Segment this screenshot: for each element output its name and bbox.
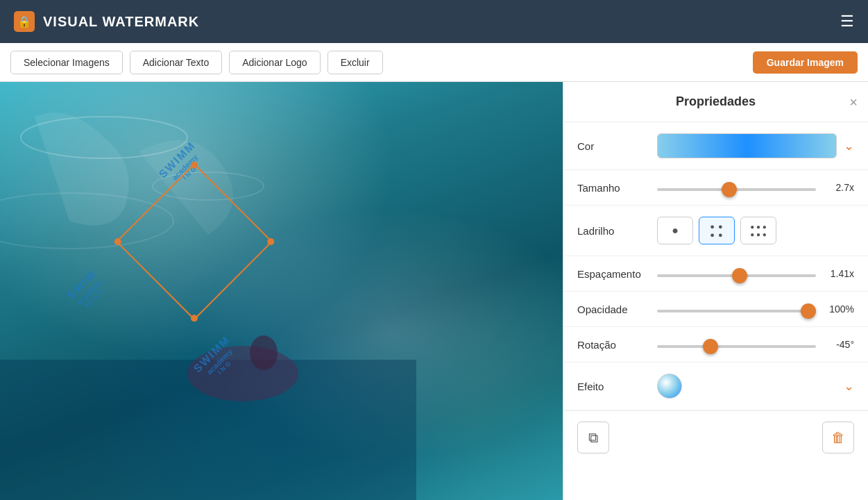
panel-footer: ⧉ 🗑 — [563, 410, 868, 464]
properties-panel: Propriedades × Cor ⌄ Tamanho 2.7x Ladril… — [563, 82, 868, 500]
effect-control: ⌄ — [657, 374, 854, 399]
size-label: Tamanho — [577, 182, 647, 194]
toolbar: Selecionar Imagens Adicionar Texto Adici… — [0, 43, 868, 82]
spacing-value: 1.41x — [823, 268, 854, 279]
add-text-button[interactable]: Adicionar Texto — [130, 51, 222, 74]
opacity-value: 100% — [823, 303, 854, 315]
save-image-button[interactable]: Guardar Imagem — [753, 51, 858, 74]
rotation-label: Rotação — [577, 339, 647, 351]
color-dropdown-arrow[interactable]: ⌄ — [844, 138, 854, 153]
image-canvas[interactable]: SWIMM academy ING SWIM academy MING SWIM… — [0, 82, 563, 500]
tile-six-button[interactable]: ● ● ●● ● ● — [740, 217, 776, 244]
opacity-slider[interactable] — [657, 310, 816, 312]
app-logo-area: 🔒 VISUAL WATERMARK — [14, 11, 199, 32]
rotation-value: -45° — [823, 339, 854, 350]
rotation-slider[interactable] — [657, 345, 816, 348]
size-control: 2.7x — [657, 181, 854, 194]
size-slider-container — [657, 181, 816, 194]
tile-single-dots: ● — [672, 224, 679, 237]
panel-title: Propriedades — [676, 94, 756, 109]
tile-single-button[interactable]: ● — [657, 217, 693, 244]
size-slider[interactable] — [657, 188, 816, 191]
add-logo-button[interactable]: Adicionar Logo — [229, 51, 320, 74]
rotation-row: Rotação -45° — [563, 327, 868, 362]
delete-layer-button[interactable]: 🗑 — [822, 422, 854, 453]
tile-label: Ladrilho — [577, 225, 647, 237]
app-title: VISUAL WATERMARK — [43, 14, 199, 30]
rotation-control: -45° — [657, 338, 854, 351]
delete-icon: 🗑 — [831, 430, 845, 446]
tile-six-dots: ● ● ●● ● ● — [750, 223, 767, 238]
rotation-slider-container — [657, 338, 816, 351]
duplicate-icon: ⧉ — [588, 430, 598, 446]
select-images-button[interactable]: Selecionar Imagens — [10, 51, 123, 74]
delete-button[interactable]: Excluir — [327, 51, 383, 74]
tile-options: ● ● ●● ● ● ● ●● ● ● — [657, 217, 776, 244]
opacity-row: Opacidade 100% — [563, 292, 868, 327]
app-header: 🔒 VISUAL WATERMARK ☰ — [0, 0, 868, 43]
size-row: Tamanho 2.7x — [563, 170, 868, 206]
pool-image: SWIMM academy ING SWIM academy MING SWIM… — [0, 82, 563, 500]
effect-dropdown-arrow[interactable]: ⌄ — [844, 378, 854, 394]
color-control: ⌄ — [657, 133, 854, 158]
spacing-control: 1.41x — [657, 267, 854, 280]
main-area: SWIMM academy ING SWIM academy MING SWIM… — [0, 82, 868, 500]
spacing-row: Espaçamento 1.41x — [563, 256, 868, 292]
opacity-control: 100% — [657, 303, 854, 315]
tile-four-dots: ● ●● ● — [710, 222, 723, 239]
tile-four-button[interactable]: ● ●● ● — [699, 217, 735, 244]
duplicate-button[interactable]: ⧉ — [577, 422, 609, 453]
color-label: Cor — [577, 140, 647, 152]
menu-button[interactable]: ☰ — [840, 12, 854, 31]
effect-row: Efeito ⌄ — [563, 362, 868, 410]
opacity-slider-container — [657, 303, 816, 315]
spacing-slider[interactable] — [657, 274, 816, 277]
effect-label: Efeito — [577, 381, 647, 392]
tile-control: ● ● ●● ● ● ● ●● ● ● — [657, 217, 854, 244]
color-row: Cor ⌄ — [563, 122, 868, 170]
spacing-label: Espaçamento — [577, 268, 647, 280]
app-icon: 🔒 — [14, 11, 35, 32]
color-picker-bar[interactable] — [657, 133, 837, 158]
effect-preview[interactable] — [657, 374, 682, 399]
opacity-label: Opacidade — [577, 303, 647, 315]
size-value: 2.7x — [823, 182, 854, 193]
panel-header: Propriedades × — [563, 82, 868, 122]
spacing-slider-container — [657, 267, 816, 280]
tile-row: Ladrilho ● ● ●● ● ● ● ●● ● ● — [563, 206, 868, 256]
svg-point-5 — [250, 335, 278, 370]
panel-close-button[interactable]: × — [849, 94, 858, 110]
